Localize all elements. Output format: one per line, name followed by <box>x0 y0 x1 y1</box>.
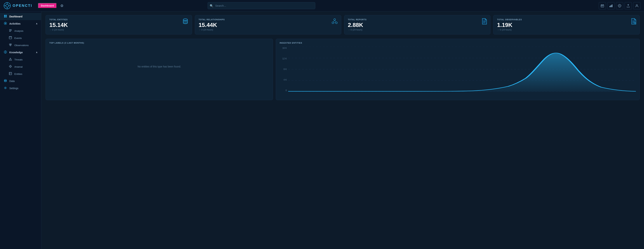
dashboard-icon <box>4 15 7 18</box>
sidebar-dashboard-label: Dashboard <box>9 15 22 18</box>
svg-rect-10 <box>602 6 602 6</box>
settings-icon <box>4 86 7 90</box>
opencti-logo <box>4 2 11 9</box>
search-input[interactable] <box>208 2 315 9</box>
main-layout: Dashboard Activities ∧ Analysis <box>0 12 644 249</box>
y-label-8k: 8 K <box>280 68 287 70</box>
sidebar-activities-label: Activities <box>9 22 20 25</box>
calendar-icon <box>601 4 604 7</box>
events-icon <box>8 36 12 40</box>
sidebar-item-data[interactable]: Data <box>0 78 41 85</box>
total-relationships-label: TOTAL RELATIONSHIPS <box>199 18 338 21</box>
settings-gear-icon[interactable]: ⚙ <box>60 3 64 8</box>
total-observables-value: 1.19K <box>497 22 636 28</box>
upload-icon-button[interactable] <box>624 2 632 9</box>
svg-rect-14 <box>612 4 612 7</box>
svg-rect-45 <box>9 72 12 75</box>
user-icon-button[interactable] <box>633 2 640 9</box>
chart-svg-area <box>288 47 636 92</box>
total-relationships-arrow: → 0 <box>199 28 202 31</box>
upload-icon <box>626 4 630 7</box>
sidebar-item-threats[interactable]: Threats <box>0 56 41 63</box>
total-entities-sub: → 0 (24 hours) <box>49 28 188 31</box>
activities-icon <box>4 22 7 26</box>
sidebar-item-analysis[interactable]: Analysis <box>0 27 41 34</box>
bar-chart-icon <box>609 4 612 7</box>
svg-point-21 <box>636 4 638 6</box>
total-entities-value: 15.14K <box>49 22 188 28</box>
sidebar-item-events[interactable]: Events <box>0 34 41 42</box>
total-reports-arrow: → 0 <box>348 28 352 31</box>
top-labels-title: TOP LABELS (3 LAST MONTHS) <box>49 42 269 44</box>
stat-card-total-reports: TOTAL REPORTS 2.88K → 0 (24 hours) <box>344 15 490 34</box>
total-observables-label: TOTAL OBSERVABLES <box>497 18 636 21</box>
svg-point-43 <box>10 60 10 60</box>
entities-card-icon <box>182 18 188 26</box>
sidebar-settings-label: Settings <box>9 87 18 90</box>
logo-area: OPENCTI <box>4 2 32 9</box>
reports-card-icon <box>482 18 487 26</box>
total-entities-arrow: → 0 <box>49 28 53 31</box>
sidebar-item-arsenal[interactable]: Arsenal <box>0 63 41 70</box>
sidebar: Dashboard Activities ∧ Analysis <box>0 12 41 249</box>
total-entities-period: (24 hours) <box>54 28 64 31</box>
main-content: TOTAL ENTITIES 15.14K → 0 (24 hours) <box>41 12 644 249</box>
svg-rect-30 <box>9 31 11 32</box>
total-reports-label: TOTAL REPORTS <box>348 18 487 21</box>
sidebar-item-knowledge[interactable]: Knowledge ∧ <box>0 49 41 56</box>
svg-line-55 <box>335 20 336 22</box>
svg-point-37 <box>10 45 11 46</box>
svg-line-54 <box>333 20 335 22</box>
entities-icon <box>8 72 12 76</box>
svg-point-16 <box>619 6 620 6</box>
svg-rect-11 <box>602 6 603 6</box>
sidebar-item-observations[interactable]: Observations <box>0 42 41 49</box>
svg-point-1 <box>6 4 8 7</box>
svg-rect-13 <box>610 5 611 7</box>
svg-rect-22 <box>4 15 5 16</box>
y-label-16k: 16 K <box>280 47 287 49</box>
dashboard-badge-button[interactable]: Dashboard <box>38 3 57 8</box>
svg-rect-29 <box>9 30 12 31</box>
sidebar-item-settings[interactable]: Settings <box>0 85 41 92</box>
sidebar-data-label: Data <box>9 80 15 82</box>
stat-card-total-relationships: TOTAL RELATIONSHIPS 15.44K → 0 (24 hours… <box>195 15 341 34</box>
svg-point-52 <box>332 22 334 24</box>
svg-point-53 <box>336 22 337 24</box>
observables-card-icon <box>631 18 636 26</box>
sidebar-knowledge-label: Knowledge <box>9 51 23 54</box>
ingested-entities-panel: INGESTED ENTITIES 16 K 12 K 8 K 4 K 0 <box>276 39 640 100</box>
activities-chevron: ∧ <box>36 22 38 25</box>
svg-point-39 <box>5 52 6 52</box>
arsenal-icon <box>8 65 12 68</box>
sidebar-item-activities[interactable]: Activities ∧ <box>0 20 41 27</box>
compass-icon-button[interactable] <box>616 2 623 9</box>
sidebar-observations-label: Observations <box>14 44 29 47</box>
analysis-icon <box>8 29 12 33</box>
calendar-icon-button[interactable] <box>599 2 606 9</box>
total-entities-label: TOTAL ENTITIES <box>49 18 188 21</box>
chart-icon-button[interactable] <box>608 2 614 9</box>
knowledge-icon <box>4 50 7 54</box>
total-reports-value: 2.88K <box>348 22 487 28</box>
chart-y-axis: 16 K 12 K 8 K 4 K 0 <box>280 47 287 92</box>
svg-rect-25 <box>6 16 7 18</box>
sidebar-threats-label: Threats <box>14 58 22 61</box>
search-bar-container: 🔍 <box>208 2 315 9</box>
threats-icon <box>8 58 12 61</box>
compass-icon <box>618 4 621 7</box>
svg-point-44 <box>10 66 11 67</box>
sidebar-item-entities[interactable]: Entities <box>0 70 41 78</box>
bottom-section: TOP LABELS (3 LAST MONTHS) No entities o… <box>46 39 640 100</box>
sidebar-item-dashboard[interactable]: Dashboard <box>0 13 41 20</box>
total-relationships-sub: → 0 (24 hours) <box>199 28 338 31</box>
y-label-0: 0 <box>280 89 287 92</box>
top-labels-empty-message: No entities of this type has been found. <box>49 47 269 86</box>
svg-rect-12 <box>610 6 610 7</box>
stat-card-total-entities: TOTAL ENTITIES 15.14K → 0 (24 hours) <box>46 15 192 34</box>
svg-point-27 <box>5 23 6 24</box>
svg-rect-31 <box>9 36 12 39</box>
total-observables-arrow: → 0 <box>497 28 501 31</box>
total-observables-sub: → 0 (24 hours) <box>497 28 636 31</box>
search-icon: 🔍 <box>210 4 213 7</box>
